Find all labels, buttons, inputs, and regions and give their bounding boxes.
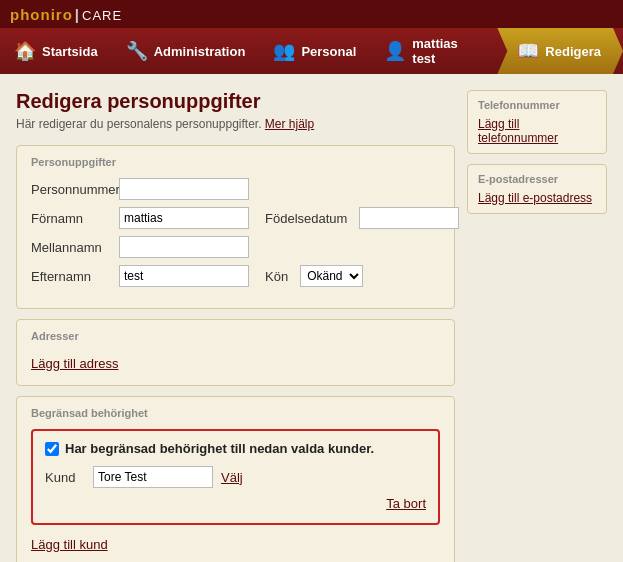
nav-personal-label: Personal	[301, 44, 356, 59]
nav-redigera[interactable]: 📖 Redigera	[497, 28, 623, 74]
ta-bort-link[interactable]: Ta bort	[386, 496, 426, 511]
main-panel: Redigera personuppgifter Här redigerar d…	[16, 90, 455, 562]
nav-administration[interactable]: 🔧 Administration	[112, 28, 260, 74]
personnummer-row: Personnummer	[31, 178, 440, 200]
kund-label: Kund	[45, 470, 85, 485]
fornamn-input[interactable]	[119, 207, 249, 229]
logo: phoniro|CARE	[10, 6, 122, 23]
begransad-checkbox[interactable]	[45, 442, 59, 456]
adresser-section: Adresser Lägg till adress	[16, 319, 455, 386]
epostadresser-section: E-postadresser Lägg till e-postadress	[467, 164, 607, 214]
limited-box: Har begränsad behörighet till nedan vald…	[31, 429, 440, 525]
logo-phoniro: phoniro	[10, 6, 73, 23]
wrench-icon: 🔧	[126, 40, 148, 62]
content-area: Redigera personuppgifter Här redigerar d…	[0, 74, 623, 562]
nav-administration-label: Administration	[154, 44, 246, 59]
personuppgifter-title: Personuppgifter	[31, 156, 440, 168]
checkbox-row: Har begränsad behörighet till nedan vald…	[45, 441, 426, 456]
valj-link[interactable]: Välj	[221, 470, 243, 485]
add-kund-row: Lägg till kund	[31, 533, 440, 552]
add-telefonnummer-link[interactable]: Lägg till telefonnummer	[478, 117, 596, 145]
nav-redigera-label: Redigera	[545, 44, 601, 59]
book-icon: 📖	[517, 40, 539, 62]
page-title: Redigera personuppgifter	[16, 90, 455, 113]
fodelsedatum-label: Födelsedatum	[265, 211, 347, 226]
nav-mattias-test[interactable]: 👤 mattias test	[370, 28, 497, 74]
home-icon: 🏠	[14, 40, 36, 62]
nav-personal[interactable]: 👥 Personal	[259, 28, 370, 74]
add-epostadress-link[interactable]: Lägg till e-postadress	[478, 191, 596, 205]
logo-pipe: |	[75, 6, 80, 23]
nav-startsida-label: Startsida	[42, 44, 98, 59]
fornamn-label: Förnamn	[31, 211, 111, 226]
kon-select[interactable]: Okänd Man Kvinna	[300, 265, 363, 287]
efternamn-input[interactable]	[119, 265, 249, 287]
logo-care: CARE	[82, 8, 122, 23]
add-kund-link[interactable]: Lägg till kund	[31, 537, 108, 552]
efternamn-label: Efternamn	[31, 269, 111, 284]
ta-bort-row: Ta bort	[45, 496, 426, 511]
begransad-section: Begränsad behörighet Har begränsad behör…	[16, 396, 455, 562]
kund-row: Kund Välj	[45, 466, 426, 488]
epostadresser-title: E-postadresser	[478, 173, 596, 185]
add-adress-link[interactable]: Lägg till adress	[31, 356, 118, 371]
fornamn-row: Förnamn Födelsedatum	[31, 207, 440, 229]
kund-input[interactable]	[93, 466, 213, 488]
people-icon: 👥	[273, 40, 295, 62]
mellannamn-input[interactable]	[119, 236, 249, 258]
fodelsedatum-input[interactable]	[359, 207, 459, 229]
telefonnummer-section: Telefonnummer Lägg till telefonnummer	[467, 90, 607, 154]
efternamn-row: Efternamn Kön Okänd Man Kvinna	[31, 265, 440, 287]
begransad-title: Begränsad behörighet	[31, 407, 440, 419]
mellannamn-row: Mellannamn	[31, 236, 440, 258]
telefonnummer-title: Telefonnummer	[478, 99, 596, 111]
kon-label: Kön	[265, 269, 288, 284]
personnummer-input[interactable]	[119, 178, 249, 200]
header-bar: phoniro|CARE	[0, 0, 623, 28]
user-icon: 👤	[384, 40, 406, 62]
personuppgifter-section: Personuppgifter Personnummer Förnamn Föd…	[16, 145, 455, 309]
personnummer-label: Personnummer	[31, 182, 111, 197]
help-link[interactable]: Mer hjälp	[265, 117, 314, 131]
page-subtitle: Här redigerar du personalens personuppgi…	[16, 117, 455, 131]
nav-startsida[interactable]: 🏠 Startsida	[0, 28, 112, 74]
nav-mattias-label: mattias test	[412, 36, 483, 66]
begransad-checkbox-label: Har begränsad behörighet till nedan vald…	[65, 441, 374, 456]
mellannamn-label: Mellannamn	[31, 240, 111, 255]
adresser-title: Adresser	[31, 330, 440, 342]
side-panel: Telefonnummer Lägg till telefonnummer E-…	[467, 90, 607, 562]
navigation: 🏠 Startsida 🔧 Administration 👥 Personal …	[0, 28, 623, 74]
